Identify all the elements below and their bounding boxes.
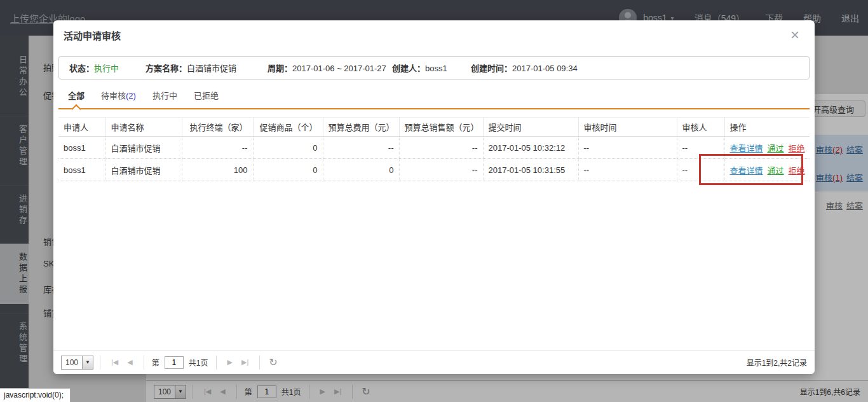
modal-page-suffix-label: 共1页 [189,357,208,368]
col-header-2: 执行终端（家） [182,118,253,137]
tab-label: 执行中 [153,91,177,100]
annotation-highlight [699,154,803,185]
summary-value: 2017-01-06 ~ 2017-01-27 [292,64,386,73]
tab-1[interactable]: 待审核(2) [93,82,144,108]
modal-page-size-value: 100 [62,358,82,367]
cell-4: 0 [323,159,399,181]
col-header-6: 提交时间 [483,118,578,137]
cell-4: -- [323,137,399,159]
summary-value: 白酒铺市促销 [187,64,236,73]
pagination-separator [216,356,217,370]
modal-last-page-button[interactable]: ▶| [241,358,248,366]
tab-label: 待审核 [101,91,126,100]
cell-6: 2017-01-05 10:32:12 [483,137,578,159]
browser-status-text: javascript:void(0); [0,388,71,402]
summary-item-0: 状态：执行中 [69,62,146,74]
col-header-4: 预算总费用（元） [323,118,399,137]
table-row: boss1白酒铺市促销--0----2017-01-05 10:32:12---… [58,137,810,159]
cell-3: 0 [253,137,323,159]
pagination-separator [144,356,144,370]
modal-header: 活动申请审核 × [53,20,815,50]
cell-1: 白酒铺市促销 [105,137,182,159]
summary-value: 2017-01-05 09:34 [512,64,578,73]
modal-pagination: 100▼|◀◀第共1页▶▶|↻显示1到2,共2记录 [53,350,815,374]
chevron-down-icon[interactable]: ▼ [82,356,93,369]
modal-page-prefix-label: 第 [152,357,159,368]
summary-item-4: 创建时间：2017-01-05 09:34 [471,62,578,74]
status-summary-bar: 状态：执行中方案名称：白酒铺市促销周期：2017-01-06 ~ 2017-01… [58,56,810,80]
pagination-separator [100,356,100,370]
pagination-separator [259,356,260,370]
modal-page-input[interactable] [165,356,184,369]
view-detail-link[interactable]: 查看详情 [730,144,763,153]
col-header-9: 操作 [724,118,810,137]
tab-label: 全部 [68,91,85,100]
cell-0: boss1 [58,159,105,181]
summary-label: 创建时间： [471,64,512,73]
summary-item-1: 方案名称：白酒铺市促销 [146,62,268,74]
modal-prev-page-button[interactable]: ◀ [127,358,132,366]
cell-0: boss1 [58,137,105,159]
col-header-0: 申请人 [58,118,105,137]
refresh-icon[interactable]: ↻ [269,356,277,368]
col-header-1: 申请名称 [105,118,182,137]
summary-label: 方案名称： [146,64,187,73]
summary-value: boss1 [425,64,447,73]
audit-table: 申请人申请名称执行终端（家）促销商品（个）预算总费用（元）预算总销售额（元）提交… [58,117,810,181]
col-header-3: 促销商品（个） [253,118,323,137]
cell-2: 100 [182,159,253,181]
tab-count: (2) [126,91,136,100]
summary-label: 周期： [268,64,292,73]
cell-7: -- [578,159,677,181]
summary-label: 状态： [69,64,94,73]
cell-3: 0 [253,159,323,181]
tab-3[interactable]: 已拒绝 [186,82,227,108]
modal-title: 活动申请审核 [64,29,121,42]
cell-5: -- [399,159,483,181]
cell-2: -- [182,137,253,159]
summary-label: 创建人： [392,64,425,73]
tab-label: 已拒绝 [194,91,219,100]
col-header-7: 审核时间 [578,118,677,137]
tab-2[interactable]: 执行中 [144,82,186,108]
cell-1: 白酒铺市促销 [105,159,182,181]
audit-modal: 活动申请审核 × 状态：执行中方案名称：白酒铺市促销周期：2017-01-06 … [53,20,815,374]
close-icon[interactable]: × [785,27,804,43]
table-row: boss1白酒铺市促销10000--2017-01-05 10:31:55---… [58,159,810,181]
tab-0[interactable]: 全部 [60,82,93,108]
summary-item-3: 创建人：boss1 [392,62,471,74]
summary-value: 执行中 [94,64,119,73]
col-header-5: 预算总销售额（元） [399,118,483,137]
cell-6: 2017-01-05 10:31:55 [483,159,578,181]
modal-records-label: 显示1到2,共2记录 [747,357,807,368]
modal-first-page-button[interactable]: |◀ [111,358,118,366]
modal-page-size-select[interactable]: 100▼ [61,356,93,370]
tab-bar: 全部待审核(2)执行中已拒绝 [58,82,810,109]
cell-5: -- [399,137,483,159]
modal-next-page-button[interactable]: ▶ [227,358,233,366]
approve-link[interactable]: 通过 [768,144,784,153]
cell-7: -- [578,137,677,159]
reject-link[interactable]: 拒绝 [789,144,805,153]
col-header-8: 审核人 [677,118,724,137]
summary-item-2: 周期：2017-01-06 ~ 2017-01-27 [268,62,392,74]
